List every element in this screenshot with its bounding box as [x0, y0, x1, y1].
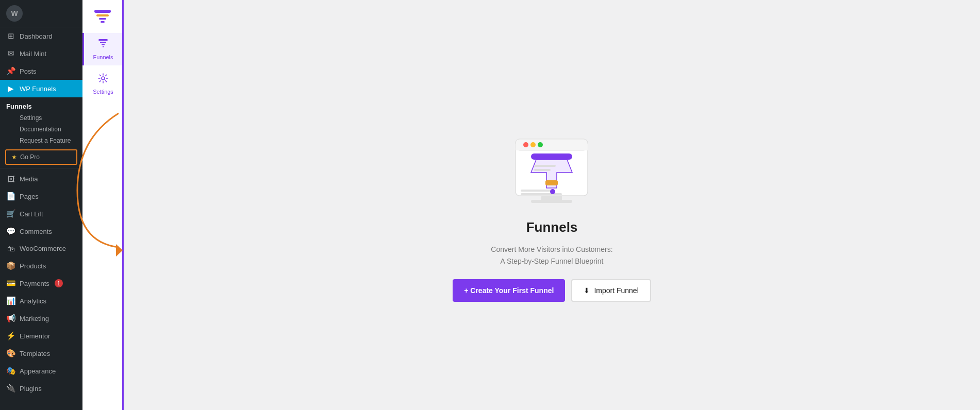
svg-rect-6	[100, 42, 106, 43]
wp-logo-icon: W	[6, 5, 23, 22]
sidebar-item-label: Mail Mint	[20, 50, 46, 58]
sidebar-item-wp-funnels[interactable]: ▶ WP Funnels	[0, 80, 82, 97]
elementor-icon: ⚡	[6, 331, 15, 340]
svg-point-9	[102, 77, 105, 80]
sidebar-item-marketing[interactable]: 📢 Marketing	[0, 310, 82, 327]
analytics-icon: 📊	[6, 296, 15, 305]
svg-rect-7	[102, 44, 105, 45]
svg-rect-12	[531, 200, 572, 203]
svg-rect-22	[521, 190, 552, 192]
payments-badge: 1	[55, 279, 63, 287]
sidebar-item-label: Plugins	[20, 385, 42, 392]
secondary-nav-settings[interactable]: Settings	[82, 67, 122, 100]
svg-point-17	[538, 142, 543, 147]
sidebar-item-payments[interactable]: 💳 Payments 1	[0, 275, 82, 292]
funnels-section-title: Funnels	[0, 97, 82, 112]
sidebar-sub-request-feature[interactable]: Request a Feature	[0, 135, 82, 146]
products-icon: 📦	[6, 261, 15, 270]
svg-rect-18	[531, 153, 572, 160]
settings-nav-icon	[97, 73, 109, 87]
funnel-illustration	[500, 108, 603, 211]
sidebar-item-label: Media	[20, 175, 38, 183]
wp-funnels-icon: ▶	[6, 84, 15, 93]
sidebar-item-dashboard[interactable]: ⊞ Dashboard	[0, 27, 82, 45]
sidebar-item-pages[interactable]: 📄 Pages	[0, 187, 82, 205]
funnels-nav-label: Funnels	[93, 54, 113, 60]
divider	[0, 168, 82, 168]
go-pro-button[interactable]: ★ Go Pro	[5, 149, 77, 165]
posts-icon: 📌	[6, 66, 15, 76]
pages-icon: 📄	[6, 192, 15, 201]
secondary-sidebar-logo	[87, 5, 118, 31]
appearance-icon: 🎭	[6, 366, 15, 375]
svg-rect-21	[534, 169, 551, 171]
wp-funnels-logo-icon	[92, 8, 113, 28]
main-content: Funnels Convert More Visitors into Custo…	[124, 0, 980, 410]
import-icon: ⬇	[584, 286, 590, 295]
wp-admin-sidebar: W ⊞ Dashboard ✉ Mail Mint 📌 Posts ▶ WP F…	[0, 0, 82, 410]
sidebar-item-label: WooCommerce	[20, 245, 66, 252]
sidebar-sub-documentation[interactable]: Documentation	[0, 124, 82, 135]
svg-rect-8	[103, 46, 104, 47]
sidebar-item-label: Payments	[20, 280, 49, 287]
svg-point-24	[550, 189, 555, 194]
sidebar-item-elementor[interactable]: ⚡ Elementor	[0, 327, 82, 345]
sidebar-item-label: WP Funnels	[20, 85, 56, 93]
funnels-nav-icon	[97, 38, 109, 52]
mail-icon: ✉	[6, 49, 15, 58]
sidebar-item-appearance[interactable]: 🎭 Appearance	[0, 362, 82, 380]
create-funnel-button[interactable]: + Create Your First Funnel	[453, 279, 565, 302]
svg-point-16	[530, 142, 536, 147]
sidebar-item-woocommerce[interactable]: 🛍 WooCommerce	[0, 240, 82, 257]
sidebar-item-products[interactable]: 📦 Products	[0, 257, 82, 275]
sidebar-item-posts[interactable]: 📌 Posts	[0, 62, 82, 80]
dashboard-icon: ⊞	[6, 31, 15, 41]
sidebar-item-label: Pages	[20, 193, 39, 200]
svg-rect-2	[96, 14, 109, 16]
svg-rect-19	[545, 180, 558, 185]
marketing-icon: 📢	[6, 314, 15, 323]
media-icon: 🖼	[6, 175, 15, 183]
star-icon: ★	[11, 153, 17, 161]
svg-rect-23	[521, 193, 562, 195]
empty-state-title: Funnels	[526, 219, 578, 235]
sidebar-item-label: Marketing	[20, 315, 49, 322]
sidebar-item-label: Posts	[20, 67, 37, 75]
go-pro-label: Go Pro	[20, 153, 40, 161]
templates-icon: 🎨	[6, 349, 15, 358]
cart-lift-icon: 🛒	[6, 209, 15, 218]
sidebar-item-label: Elementor	[20, 332, 50, 340]
sidebar-item-label: Comments	[20, 228, 52, 235]
svg-rect-1	[94, 10, 111, 13]
svg-point-15	[523, 142, 528, 147]
svg-rect-20	[534, 165, 556, 167]
sidebar-item-templates[interactable]: 🎨 Templates	[0, 345, 82, 362]
action-buttons: + Create Your First Funnel ⬇ Import Funn…	[453, 279, 651, 302]
empty-state-description: Convert More Visitors into Customers: A …	[491, 244, 612, 267]
sidebar-item-label: Analytics	[20, 297, 46, 305]
secondary-sidebar: Funnels Settings	[82, 0, 124, 410]
sidebar-sub-settings[interactable]: Settings	[0, 112, 82, 124]
import-funnel-button[interactable]: ⬇ Import Funnel	[571, 279, 651, 302]
sidebar-item-analytics[interactable]: 📊 Analytics	[0, 292, 82, 310]
secondary-nav-funnels[interactable]: Funnels	[82, 33, 122, 65]
sidebar-item-label: Dashboard	[20, 32, 53, 40]
sidebar-item-label: Cart Lift	[20, 210, 43, 218]
comments-icon: 💬	[6, 227, 15, 236]
sidebar-item-label: Products	[20, 262, 46, 270]
empty-state: Funnels Convert More Visitors into Custo…	[453, 108, 651, 302]
sidebar-item-cart-lift[interactable]: 🛒 Cart Lift	[0, 205, 82, 223]
sidebar-item-mail-mint[interactable]: ✉ Mail Mint	[0, 45, 82, 62]
svg-rect-5	[98, 39, 108, 41]
sidebar-item-label: Templates	[20, 350, 50, 357]
sidebar-item-comments[interactable]: 💬 Comments	[0, 223, 82, 240]
sidebar-item-label: Appearance	[20, 367, 56, 375]
svg-rect-3	[99, 18, 106, 20]
sidebar-item-media[interactable]: 🖼 Media	[0, 170, 82, 187]
sidebar-item-plugins[interactable]: 🔌 Plugins	[0, 380, 82, 397]
svg-rect-4	[101, 21, 105, 23]
plugins-icon: 🔌	[6, 384, 15, 393]
settings-nav-label: Settings	[93, 89, 113, 95]
woocommerce-icon: 🛍	[6, 244, 15, 253]
wp-logo-area: W	[0, 0, 82, 27]
